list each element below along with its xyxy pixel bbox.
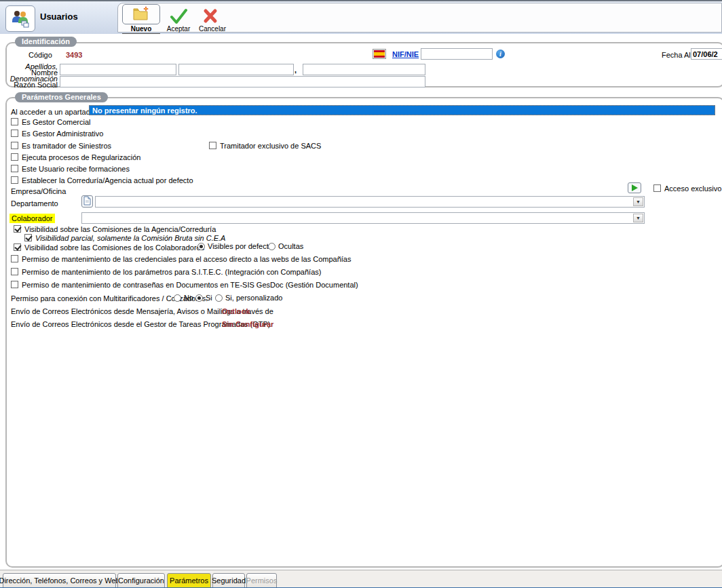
checkbox-label: Visibilidad parcial, solamente la Comisi… [35,234,225,242]
checkbox-label: Es tramitador de Siniestros [22,142,111,150]
al-acceder-dropdown[interactable]: No presentar ningún registro. [89,105,715,115]
departamento-label: Departamento [11,199,58,208]
checkbox-box[interactable] [209,142,216,149]
checkbox-box[interactable] [11,268,18,275]
tab-label: Dirección, Teléfonos, Correos y Web [0,576,120,585]
document-icon [83,196,91,207]
radio-label: Ocultas [278,242,303,250]
x-icon [202,17,218,25]
checkbox-box[interactable] [11,118,18,125]
empresa-select-button[interactable] [628,182,641,193]
fecha-alta-input[interactable] [691,48,722,60]
codigo-label: Código [28,51,52,59]
parametros-section-title: Parámetros Generales [15,92,108,102]
checkbox-es-tramitador-siniestros[interactable]: Es tramitador de Siniestros [11,142,111,150]
header-bar: Usuarios Nuevo Aceptar [0,1,722,34]
nuevo-button-label: Nuevo [122,25,160,34]
checkbox-label: Ejecuta procesos de Regularización [22,153,141,161]
tab-configuracion[interactable]: Configuración [117,573,165,588]
new-folder-icon [132,5,151,23]
checkbox-permiso-gesdoc[interactable]: Permiso de mantenimiento de contraseñas … [11,281,358,289]
cancelar-button-label[interactable]: Cancelar [198,25,227,33]
identificacion-section-title: Identificación [15,37,77,47]
radio-ocultas[interactable]: Ocultas [268,242,303,250]
checkbox-tramitador-exclusivo-sacs[interactable]: Tramitador exclusivo de SACS [209,142,321,150]
checkbox-box[interactable] [14,225,21,233]
radio-circle[interactable] [195,294,203,302]
checkbox-box[interactable] [11,142,18,149]
usuarios-window: Usuarios Nuevo Aceptar [0,0,722,588]
checkbox-visibilidad-agencia[interactable]: Visibilidad sobre las Comisiones de la A… [14,225,216,233]
al-acceder-label: Al acceder a un apartado [11,108,94,116]
checkbox-box[interactable] [11,281,18,288]
checkbox-label: Es Gestor Administrativo [22,130,103,138]
envio-gtp-value[interactable]: Sin Configurar [222,320,273,328]
codigo-value: 3493 [66,51,82,59]
checkbox-acceso-exclusivo[interactable]: Acceso exclusivo [653,184,721,193]
checkbox-label: Visibilidad sobre las Comisiones de los … [24,243,204,252]
checkbox-label: Es Gestor Comercial [22,118,90,126]
tab-direccion-telefonos[interactable]: Dirección, Teléfonos, Correos y Web [3,573,116,588]
checkbox-permiso-credenciales[interactable]: Permiso de mantenimiento de las credenci… [11,255,351,263]
checkbox-box[interactable] [11,153,18,161]
checkbox-usuario-formaciones[interactable]: Este Usuario recibe formaciones [11,165,130,173]
razon-social-label: Razón Social [5,81,58,89]
spain-flag-icon [374,50,385,58]
info-icon[interactable]: i [496,50,505,58]
nif-nie-link[interactable]: NIF/NIE [392,50,419,58]
radio-circle[interactable] [174,294,181,302]
radio-visibles-por-defecto[interactable]: Visibles por defecto [197,242,273,250]
checkbox-box[interactable] [11,165,18,172]
radio-circle[interactable] [197,243,205,250]
chevron-down-icon[interactable]: ▼ [633,197,643,206]
radio-circle[interactable] [268,243,276,250]
colaborador-combobox[interactable]: ▼ [81,212,645,224]
radio-conexion-si[interactable]: Si [195,294,212,302]
cancelar-button[interactable] [202,7,218,25]
checkbox-box[interactable] [11,130,18,137]
checkbox-label: Permiso de mantenimiento de los parámetr… [22,268,321,276]
checkbox-box[interactable] [11,255,18,262]
nuevo-button[interactable] [122,4,160,24]
checkbox-box[interactable] [24,234,32,241]
users-icon [10,9,31,29]
checkbox-box[interactable] [14,243,21,251]
apellido2-input[interactable] [178,64,294,75]
tab-label: Parámetros [170,576,208,585]
tab-parametros[interactable]: Parámetros [167,573,211,588]
spain-flag-button[interactable] [373,49,386,59]
tab-label: Configuración [118,576,164,585]
name-separator-comma: , [294,66,297,74]
envio-mensajeria-value[interactable]: Outlook [222,307,250,315]
checkbox-es-gestor-comercial[interactable]: Es Gestor Comercial [11,118,90,126]
checkbox-visibilidad-colaboradores[interactable]: Visibilidad sobre las Comisiones de los … [14,243,204,252]
aceptar-button[interactable] [168,8,189,26]
checkbox-ejecuta-regularizacion[interactable]: Ejecuta procesos de Regularización [11,153,141,161]
checkbox-visibilidad-parcial[interactable]: Visibilidad parcial, solamente la Comisi… [24,234,225,242]
checkbox-box[interactable] [11,176,18,184]
checkbox-es-gestor-administrativo[interactable]: Es Gestor Administrativo [11,130,103,138]
aceptar-button-label[interactable]: Aceptar [163,25,194,33]
radio-conexion-no[interactable]: No [174,294,193,302]
checkbox-permiso-sitec[interactable]: Permiso de mantenimiento de los parámetr… [11,268,321,276]
radio-label: Si, personalizado [225,294,282,302]
razon-social-input[interactable] [60,76,425,87]
nombre-input[interactable] [303,64,425,75]
checkbox-label: Este Usuario recibe formaciones [22,165,130,173]
tab-seguridad[interactable]: Seguridad [212,573,245,588]
checkbox-label: Acceso exclusivo [664,184,721,193]
departamento-doc-button[interactable] [81,195,93,208]
apellido1-input[interactable] [60,64,176,75]
departamento-combobox[interactable]: ▼ [95,196,645,208]
checkbox-correduria-defecto[interactable]: Establecer la Correduría/Agencia actual … [11,176,193,184]
checkbox-label: Tramitador exclusivo de SACS [220,142,321,150]
users-module-button[interactable] [5,5,35,32]
checkbox-label: Permiso de mantenimiento de contraseñas … [22,281,358,289]
checkbox-label: Establecer la Correduría/Agencia actual … [22,176,193,184]
radio-circle[interactable] [215,294,223,302]
nif-nie-input[interactable] [421,48,493,60]
chevron-down-icon[interactable]: ▼ [633,214,643,222]
radio-label: Visibles por defecto [208,242,273,250]
checkbox-box[interactable] [653,184,661,192]
radio-conexion-personalizado[interactable]: Si, personalizado [215,294,282,302]
